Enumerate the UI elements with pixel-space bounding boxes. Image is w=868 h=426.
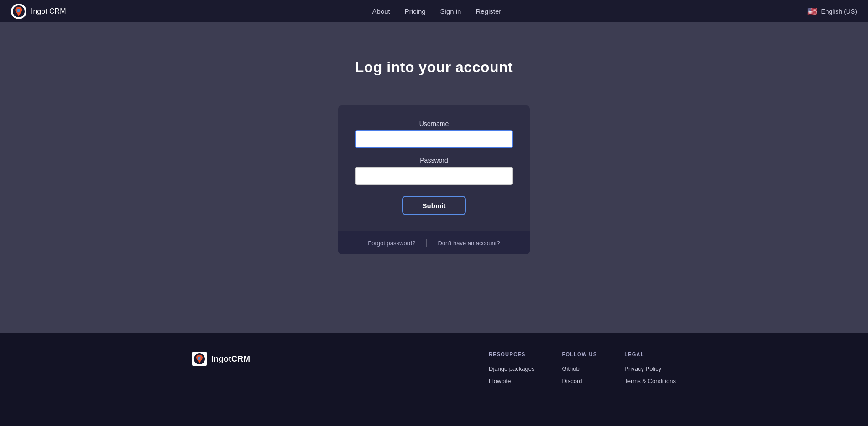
username-group: Username <box>355 120 513 148</box>
no-account-link[interactable]: Don't have an account? <box>438 240 500 247</box>
brand-name: Ingot CRM <box>31 7 66 16</box>
footer-logo-icon <box>192 352 207 366</box>
password-label: Password <box>355 157 513 164</box>
site-footer: IngotCRM RESOURCES Django packages Flowb… <box>0 333 868 426</box>
footer-github-link[interactable]: Github <box>562 365 597 372</box>
language-selector[interactable]: 🇺🇸 English (US) <box>807 6 857 16</box>
main-content: Log into your account Username Password … <box>0 22 868 306</box>
brand-logo-icon <box>11 4 26 19</box>
footer-legal-col: LEGAL Privacy Policy Terms & Conditions <box>624 352 676 390</box>
submit-button[interactable]: Submit <box>402 196 466 215</box>
resources-heading: RESOURCES <box>489 352 534 357</box>
brand-link[interactable]: Ingot CRM <box>11 4 66 19</box>
username-input[interactable] <box>355 130 513 148</box>
navbar-links: About Pricing Sign in Register <box>372 7 502 15</box>
footer-privacy-link[interactable]: Privacy Policy <box>624 365 676 372</box>
footer-brand: IngotCRM <box>192 352 274 366</box>
footer-brand-name: IngotCRM <box>211 354 250 364</box>
footer-terms-link[interactable]: Terms & Conditions <box>624 378 676 384</box>
footer-django-packages-link[interactable]: Django packages <box>489 365 534 372</box>
legal-heading: LEGAL <box>624 352 676 357</box>
password-input[interactable] <box>355 167 513 185</box>
login-card: Username Password Submit Forgot password… <box>338 105 530 254</box>
footer-flowbite-link[interactable]: Flowbite <box>489 378 534 384</box>
navbar: Ingot CRM About Pricing Sign in Register… <box>0 0 868 22</box>
page-title: Log into your account <box>355 59 513 76</box>
follow-heading: FOLLOW US <box>562 352 597 357</box>
footer-link-divider <box>426 239 427 247</box>
login-footer: Forgot password? Don't have an account? <box>338 231 530 254</box>
language-label: English (US) <box>821 8 857 15</box>
nav-pricing[interactable]: Pricing <box>405 7 426 15</box>
login-form: Username Password Submit <box>338 105 530 231</box>
footer-resources-col: RESOURCES Django packages Flowbite <box>489 352 534 390</box>
footer-divider <box>192 401 676 401</box>
title-divider <box>194 87 674 87</box>
footer-discord-link[interactable]: Discord <box>562 378 597 384</box>
nav-about[interactable]: About <box>372 7 390 15</box>
flag-icon: 🇺🇸 <box>807 6 817 16</box>
footer-bottom <box>27 409 841 412</box>
forgot-password-link[interactable]: Forgot password? <box>368 240 415 247</box>
nav-register[interactable]: Register <box>476 7 501 15</box>
nav-signin[interactable]: Sign in <box>440 7 461 15</box>
footer-columns: RESOURCES Django packages Flowbite FOLLO… <box>311 352 676 390</box>
username-label: Username <box>355 120 513 127</box>
footer-follow-col: FOLLOW US Github Discord <box>562 352 597 390</box>
password-group: Password <box>355 157 513 185</box>
